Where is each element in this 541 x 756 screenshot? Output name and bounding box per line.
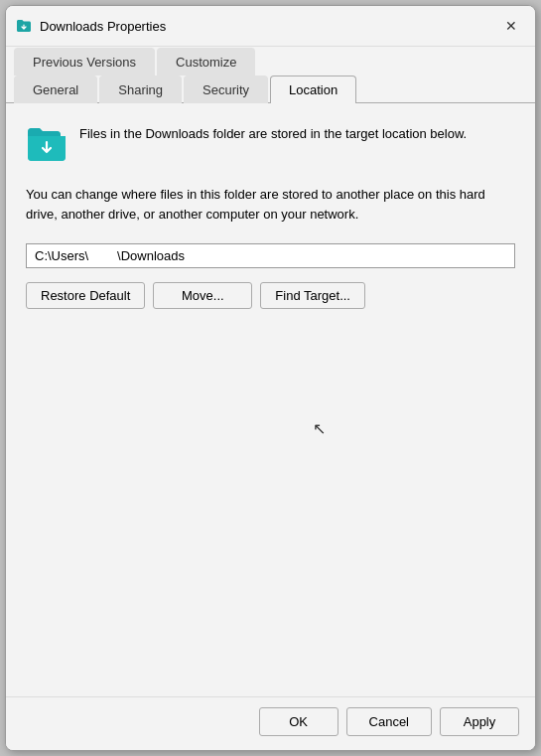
- cursor-icon: ↖: [313, 419, 326, 438]
- ok-button[interactable]: OK: [259, 707, 338, 736]
- empty-content-area: ↖: [26, 329, 515, 528]
- path-input[interactable]: [26, 243, 515, 268]
- title-bar-left: Downloads Properties: [16, 18, 166, 34]
- info-section: Files in the Downloads folder are stored…: [26, 123, 515, 165]
- tab-sharing[interactable]: Sharing: [99, 76, 182, 103]
- folder-icon-large: [26, 123, 68, 165]
- bottom-bar: OK Cancel Apply: [6, 696, 535, 750]
- action-buttons: Restore Default Move... Find Target...: [26, 282, 515, 309]
- description-text: You can change where files in this folde…: [26, 185, 515, 224]
- title-folder-icon: [16, 18, 32, 34]
- info-text: Files in the Downloads folder are stored…: [79, 123, 467, 143]
- folder-icon-container: [26, 123, 68, 165]
- tab-previous-versions[interactable]: Previous Versions: [14, 48, 155, 76]
- apply-button[interactable]: Apply: [440, 707, 519, 736]
- title-bar: Downloads Properties ✕: [6, 6, 535, 47]
- cancel-button[interactable]: Cancel: [346, 707, 432, 736]
- tab-security[interactable]: Security: [184, 76, 268, 103]
- tab-customize[interactable]: Customize: [157, 48, 255, 76]
- tabs-row-1: Previous Versions Customize: [6, 47, 535, 75]
- tabs-row-2: General Sharing Security Location: [6, 75, 535, 102]
- tabs-container: Previous Versions Customize General Shar…: [6, 47, 535, 103]
- dialog-title: Downloads Properties: [40, 19, 166, 34]
- dialog-window: Downloads Properties ✕ Previous Versions…: [5, 5, 536, 751]
- tab-location[interactable]: Location: [270, 76, 356, 103]
- content-area: Files in the Downloads folder are stored…: [6, 103, 535, 696]
- move-button[interactable]: Move...: [153, 282, 252, 309]
- path-field-container: [26, 243, 515, 268]
- find-target-button[interactable]: Find Target...: [260, 282, 365, 309]
- close-button[interactable]: ✕: [499, 14, 523, 38]
- restore-default-button[interactable]: Restore Default: [26, 282, 145, 309]
- tab-general[interactable]: General: [14, 76, 97, 103]
